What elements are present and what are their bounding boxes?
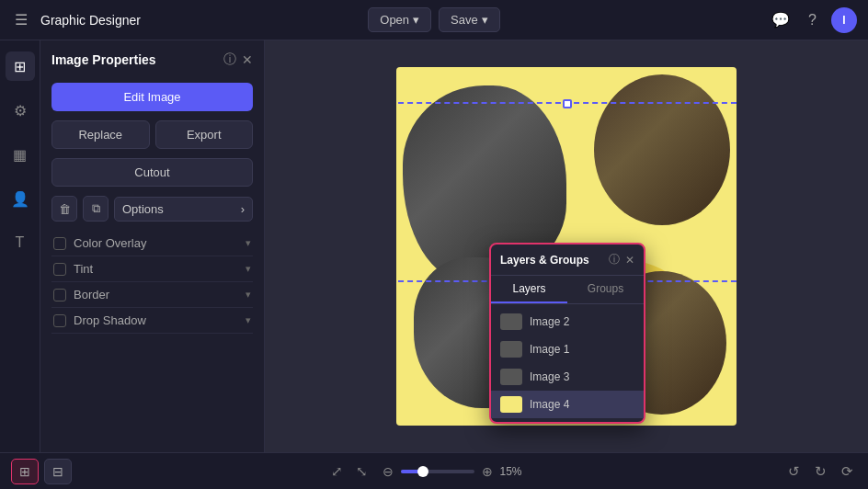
replace-export-row: Replace Export: [51, 120, 253, 149]
history-button[interactable]: ⟳: [838, 460, 857, 483]
tab-groups[interactable]: Groups: [567, 276, 644, 303]
layers-groups-popup: Layers & Groups ⓘ ✕ Layers Groups Image …: [489, 243, 645, 424]
layer-name-2: Image 3: [530, 370, 569, 383]
sidebar-icon-layers[interactable]: ⊞: [6, 51, 35, 81]
tab-layers[interactable]: Layers: [491, 276, 567, 303]
app-title: Graphic Designer: [40, 13, 141, 28]
avatar[interactable]: I: [831, 7, 857, 33]
topbar: ☰ Graphic Designer Open ▾ Save ▾ 💬 ? I: [0, 0, 868, 40]
chat-button[interactable]: 💬: [768, 7, 794, 32]
zoom-value: 15%: [500, 465, 530, 478]
layer-item-1[interactable]: Image 1: [491, 335, 644, 363]
zoom-slider[interactable]: [401, 470, 474, 473]
topbar-left: ☰ Graphic Designer: [11, 7, 368, 32]
layers-list: Image 2 Image 1 Image 3 Image 4: [491, 304, 644, 422]
grid-toggle-button[interactable]: ⊟: [44, 459, 72, 484]
checkbox-row-3: Drop Shadow ▾: [51, 308, 253, 334]
properties-panel: Image Properties ⓘ ✕ Edit Image Replace …: [40, 40, 265, 452]
props-close-icon[interactable]: ✕: [242, 52, 253, 67]
bottom-left: ⊞ ⊟: [11, 459, 72, 484]
options-row: 🗑 ⧉ Options ›: [51, 196, 253, 222]
layer-item-2[interactable]: Image 3: [491, 363, 644, 391]
checkbox-row-0: Color Overlay ▾: [51, 231, 253, 256]
checkbox-chevron-0[interactable]: ▾: [246, 237, 251, 249]
export-button[interactable]: Export: [155, 120, 254, 149]
layer-name-0: Image 2: [530, 315, 569, 328]
edit-image-button[interactable]: Edit Image: [51, 83, 253, 111]
bottom-bar: ⊞ ⊟ ⤢ ⤡ ⊖ ⊕ 15% ↺ ↻ ⟳: [0, 452, 868, 489]
sidebar-icon-text[interactable]: T: [6, 228, 35, 257]
zoom-control: ⊖ ⊕ 15%: [383, 464, 530, 479]
main-area: ⊞ ⚙ ▦ 👤 T Image Properties ⓘ ✕ Edit Imag…: [0, 40, 868, 452]
fit-resize-button[interactable]: ⤡: [352, 460, 371, 483]
props-header-icons: ⓘ ✕: [223, 51, 253, 68]
popup-header-icons: ⓘ ✕: [609, 252, 634, 267]
zoom-plus-button[interactable]: ⊕: [482, 464, 493, 479]
layer-thumb-2: [500, 369, 522, 385]
icon-sidebar: ⊞ ⚙ ▦ 👤 T: [0, 40, 40, 452]
topbar-center: Open ▾ Save ▾: [368, 7, 499, 32]
fit-icons: ⤢ ⤡: [327, 460, 371, 483]
layers-toggle-button[interactable]: ⊞: [11, 459, 39, 484]
popup-title: Layers & Groups: [500, 254, 589, 267]
save-button[interactable]: Save ▾: [439, 7, 500, 32]
duplicate-button[interactable]: ⧉: [83, 196, 108, 222]
replace-button[interactable]: Replace: [51, 120, 150, 149]
checkbox-label-1: Tint: [74, 262, 93, 276]
checkbox-label-3: Drop Shadow: [74, 313, 146, 327]
popup-header: Layers & Groups ⓘ ✕: [491, 244, 644, 276]
checkbox-0[interactable]: [53, 237, 66, 250]
redo-button[interactable]: ↻: [811, 460, 830, 483]
popup-info-icon[interactable]: ⓘ: [609, 252, 620, 267]
sidebar-icon-layout[interactable]: ▦: [6, 140, 35, 169]
open-button[interactable]: Open ▾: [368, 7, 431, 32]
props-header: Image Properties ⓘ ✕: [51, 51, 253, 68]
topbar-right: 💬 ? I: [500, 7, 857, 33]
layer-thumb-1: [500, 341, 522, 358]
layer-name-1: Image 1: [530, 343, 569, 356]
sidebar-icon-filters[interactable]: ⚙: [6, 96, 35, 125]
bottom-center: ⤢ ⤡ ⊖ ⊕ 15%: [81, 460, 775, 483]
layer-item-0[interactable]: Image 2: [491, 308, 644, 335]
checkboxes-container: Color Overlay ▾ Tint ▾ Border ▾ Drop Sha…: [51, 231, 253, 334]
props-title: Image Properties: [51, 52, 156, 67]
checkbox-label-2: Border: [74, 288, 109, 301]
checkbox-3[interactable]: [53, 314, 66, 327]
checkbox-chevron-3[interactable]: ▾: [246, 314, 251, 326]
help-button[interactable]: ?: [805, 8, 820, 32]
checkbox-row-2: Border ▾: [51, 282, 253, 308]
checkbox-row-1: Tint ▾: [51, 256, 253, 282]
layer-name-3: Image 4: [530, 398, 569, 411]
checkbox-1[interactable]: [53, 263, 66, 276]
layer-item-3[interactable]: Image 4: [491, 391, 644, 418]
checkbox-chevron-2[interactable]: ▾: [246, 289, 251, 301]
checkbox-2[interactable]: [53, 289, 66, 301]
layer-thumb-3: [500, 396, 522, 413]
popup-close-icon[interactable]: ✕: [625, 254, 634, 267]
checkbox-chevron-1[interactable]: ▾: [246, 263, 251, 275]
options-select[interactable]: Options ›: [114, 197, 253, 222]
popup-tabs: Layers Groups: [491, 276, 644, 304]
bottom-right: ↺ ↻ ⟳: [784, 460, 857, 483]
undo-button[interactable]: ↺: [784, 460, 804, 483]
fit-expand-button[interactable]: ⤢: [327, 460, 347, 483]
delete-button[interactable]: 🗑: [51, 196, 77, 222]
cutout-button[interactable]: Cutout: [51, 158, 253, 187]
zoom-minus-button[interactable]: ⊖: [383, 464, 394, 479]
props-info-icon[interactable]: ⓘ: [223, 51, 236, 68]
photo-blob-2: [594, 74, 730, 225]
checkbox-label-0: Color Overlay: [74, 236, 146, 250]
canvas-area[interactable]: Layers & Groups ⓘ ✕ Layers Groups Image …: [265, 40, 868, 452]
sidebar-icon-people[interactable]: 👤: [6, 184, 35, 213]
layer-thumb-0: [500, 313, 522, 330]
hamburger-button[interactable]: ☰: [11, 7, 31, 32]
